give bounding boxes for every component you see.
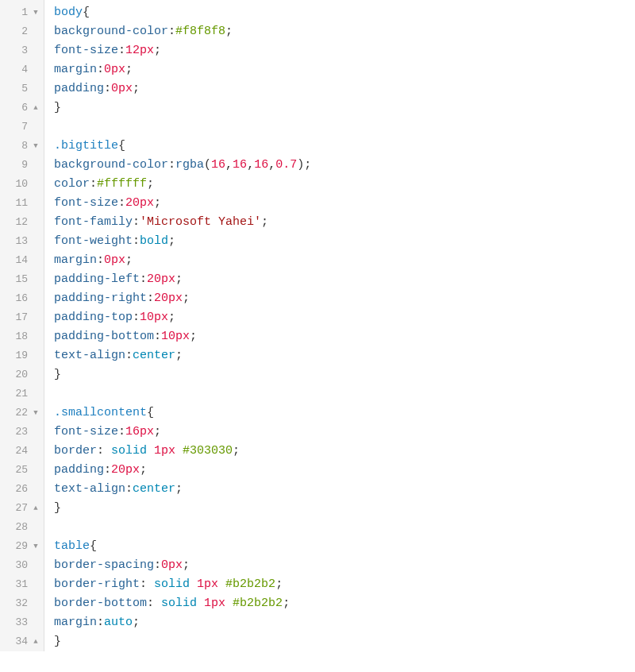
- token-punc: :: [97, 253, 104, 267]
- token-prop: text-align: [54, 349, 125, 362]
- token-prop: padding-top: [54, 311, 133, 324]
- fold-close-icon[interactable]: ▲: [31, 632, 40, 651]
- code-line[interactable]: padding:0px;: [54, 79, 635, 98]
- code-area[interactable]: body{background-color:#f8f8f8;font-size:…: [44, 0, 635, 651]
- token-punc: :: [97, 616, 104, 629]
- token-kw: solid: [161, 597, 197, 610]
- code-line[interactable]: padding-top:10px;: [54, 308, 635, 327]
- gutter-line: 28: [0, 518, 44, 537]
- code-line[interactable]: }: [54, 365, 635, 384]
- code-line[interactable]: background-color:#f8f8f8;: [54, 22, 635, 41]
- token-num: 16px: [125, 425, 154, 438]
- code-line[interactable]: font-size:20px;: [54, 194, 635, 213]
- token-punc: ;: [154, 425, 161, 438]
- token-punc: ;: [168, 234, 175, 248]
- line-number: 10: [9, 175, 28, 194]
- code-line[interactable]: margin:0px;: [54, 60, 635, 79]
- token-func: rgba: [175, 158, 204, 172]
- code-line[interactable]: border-bottom: solid 1px #b2b2b2;: [54, 594, 635, 613]
- fold-open-icon[interactable]: ▼: [31, 137, 40, 156]
- token-punc: :: [118, 196, 125, 210]
- token-num: 0px: [161, 558, 183, 572]
- token-punc: }: [54, 501, 61, 515]
- gutter-line: 5: [0, 79, 44, 98]
- code-line[interactable]: background-color:rgba(16,16,16,0.7);: [54, 156, 635, 175]
- code-line[interactable]: color:#ffffff;: [54, 175, 635, 194]
- line-number: 32: [9, 594, 28, 613]
- code-line[interactable]: font-size:12px;: [54, 41, 635, 60]
- code-line[interactable]: [54, 118, 635, 137]
- gutter-line: 23: [0, 423, 44, 442]
- fold-open-icon[interactable]: ▼: [31, 3, 40, 22]
- line-number: 11: [9, 194, 28, 213]
- code-line[interactable]: border-spacing:0px;: [54, 556, 635, 575]
- token-punc: ;: [233, 444, 240, 458]
- code-line[interactable]: border: solid 1px #303030;: [54, 442, 635, 461]
- token-num: 20px: [125, 196, 154, 210]
- token-tag: body: [54, 6, 83, 19]
- token-tag: table: [54, 539, 90, 553]
- gutter-line: 30: [0, 556, 44, 575]
- gutter-line: 24: [0, 442, 44, 461]
- token-hex: #303030: [183, 444, 233, 458]
- code-line[interactable]: text-align:center;: [54, 346, 635, 365]
- code-line[interactable]: }: [54, 632, 635, 651]
- token-punc: ;: [125, 63, 133, 76]
- code-line[interactable]: table{: [54, 537, 635, 556]
- code-line[interactable]: padding-left:20px;: [54, 270, 635, 289]
- gutter-line: 8▼: [0, 137, 44, 156]
- token-punc: [190, 577, 197, 591]
- token-punc: ;: [140, 463, 147, 477]
- token-punc: :: [90, 177, 97, 191]
- code-line[interactable]: border-right: solid 1px #b2b2b2;: [54, 575, 635, 594]
- code-line[interactable]: padding:20px;: [54, 461, 635, 480]
- line-number-gutter: 1▼23456▲78▼910111213141516171819202122▼2…: [0, 0, 44, 651]
- gutter-line: 14: [0, 251, 44, 270]
- gutter-line: 22▼: [0, 404, 44, 423]
- fold-close-icon[interactable]: ▲: [31, 499, 40, 518]
- token-punc: ;: [147, 177, 154, 191]
- code-line[interactable]: }: [54, 98, 635, 118]
- token-punc: ;: [183, 558, 190, 572]
- line-number: 18: [9, 327, 28, 346]
- token-punc: {: [118, 139, 125, 153]
- token-tag: .bigtitle: [54, 139, 118, 153]
- line-number: 4: [9, 60, 28, 79]
- token-punc: ;: [133, 82, 140, 95]
- code-line[interactable]: padding-bottom:10px;: [54, 327, 635, 346]
- fold-close-icon[interactable]: ▲: [31, 98, 40, 118]
- code-line[interactable]: .bigtitle{: [54, 137, 635, 156]
- token-hex: #ffffff: [97, 177, 147, 191]
- code-line[interactable]: }: [54, 499, 635, 518]
- token-punc: }: [54, 635, 61, 648]
- line-number: 5: [9, 79, 28, 98]
- code-line[interactable]: .smallcontent{: [54, 404, 635, 423]
- token-num: 0px: [111, 82, 133, 95]
- token-punc: :: [133, 234, 140, 248]
- code-line[interactable]: font-weight:bold;: [54, 232, 635, 251]
- token-num: 10px: [140, 311, 168, 324]
- token-punc: :: [118, 425, 125, 438]
- token-punc: ;: [225, 25, 233, 38]
- code-line[interactable]: [54, 384, 635, 404]
- line-number: 30: [9, 556, 28, 575]
- line-number: 28: [9, 518, 28, 537]
- fold-open-icon[interactable]: ▼: [31, 404, 40, 423]
- code-line[interactable]: margin:auto;: [54, 613, 635, 632]
- gutter-line: 1▼: [0, 3, 44, 22]
- code-line[interactable]: font-family:'Microsoft Yahei';: [54, 213, 635, 232]
- code-line[interactable]: [54, 518, 635, 537]
- token-num: 12px: [125, 44, 154, 57]
- token-num: 16: [233, 158, 247, 172]
- code-line[interactable]: font-size:16px;: [54, 423, 635, 442]
- gutter-line: 34▲: [0, 632, 44, 651]
- token-punc: }: [54, 368, 61, 381]
- code-line[interactable]: padding-right:20px;: [54, 289, 635, 308]
- token-prop: padding: [54, 82, 104, 95]
- code-line[interactable]: text-align:center;: [54, 480, 635, 499]
- line-number: 23: [9, 423, 28, 442]
- code-line[interactable]: body{: [54, 3, 635, 22]
- gutter-line: 13: [0, 232, 44, 251]
- code-line[interactable]: margin:0px;: [54, 251, 635, 270]
- fold-open-icon[interactable]: ▼: [31, 537, 40, 556]
